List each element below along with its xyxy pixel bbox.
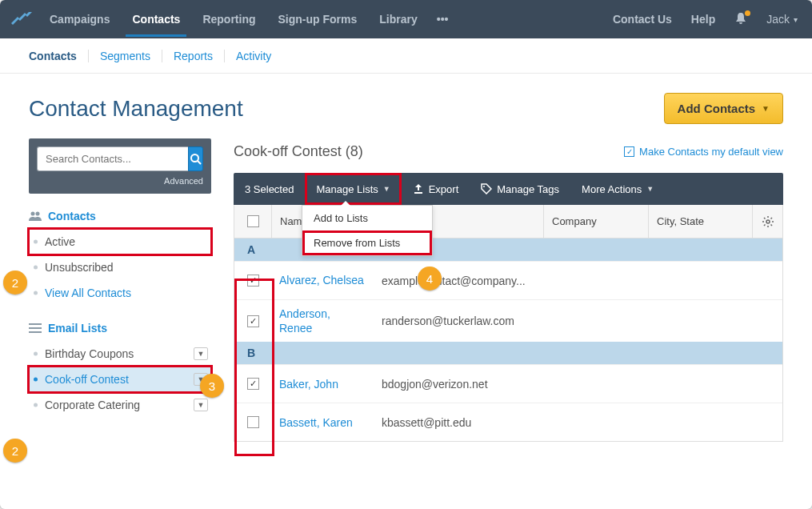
topbar: Campaigns Contacts Reporting Sign-up For… [0,0,812,38]
selected-count: 3 Selected [234,183,305,195]
manage-lists-dropdown: Add to Lists Remove from Lists [302,205,433,256]
svg-rect-5 [29,327,42,329]
select-all-checkbox[interactable] [247,215,259,227]
nav-contact-us[interactable]: Contact Us [605,2,680,37]
sidebar-list-cookoff[interactable]: Cook-off Contest▼ [29,367,211,392]
manage-tags-label: Manage Tags [497,183,559,195]
sidebar-item-view-all[interactable]: View All Contacts [29,280,211,306]
caret-down-icon: ▼ [762,104,770,113]
sidebar-list-birthday[interactable]: Birthday Coupons▼ [29,341,211,367]
subnav-activity[interactable]: Activity [224,50,282,62]
row-checkbox[interactable] [247,378,259,390]
subnav-segments[interactable]: Segments [88,50,162,62]
sidebar-item-unsubscribed[interactable]: Unsubscribed [29,254,211,280]
page-header: Contact Management Add Contacts ▼ [0,74,812,138]
callout-2b: 2 [3,439,27,463]
contact-name-link[interactable]: Bassett, Karen [271,409,374,436]
row-checkbox[interactable] [247,275,259,287]
export-button[interactable]: Export [402,173,470,205]
svg-point-3 [36,212,40,216]
contact-name-link[interactable]: Baker, John [271,371,374,398]
add-contacts-label: Add Contacts [678,102,756,115]
contact-name-link[interactable]: Alvarez, Chelsea [271,267,374,294]
nav-campaigns[interactable]: Campaigns [38,2,121,37]
row-checkbox[interactable] [247,416,259,428]
list-header: Cook-off Contest (8) ✓ Make Contacts my … [234,138,783,173]
sidebar-section-contacts[interactable]: Contacts [29,210,211,222]
nav-help[interactable]: Help [683,2,723,37]
col-city[interactable]: City, State [648,205,752,238]
more-actions-label: More Actions [582,183,642,195]
nav-more-icon[interactable]: ••• [429,2,457,37]
sidebar-item-label: Birthday Coupons [45,347,134,360]
dropdown-add-to-lists[interactable]: Add to Lists [302,206,432,230]
callout-4: 4 [418,267,442,291]
sidebar-list-catering[interactable]: Corporate Catering▼ [29,392,211,418]
table-row: Alvarez, Chelsea examplecontact@company.… [234,261,782,299]
add-contacts-button[interactable]: Add Contacts ▼ [664,93,783,124]
caret-down-icon[interactable]: ▼ [194,399,208,411]
table-settings-icon[interactable] [752,205,782,238]
sidebar-section-email-lists[interactable]: Email Lists [29,322,211,335]
sidebar-contacts-label: Contacts [48,210,96,222]
more-actions-button[interactable]: More Actions ▼ [570,173,665,205]
nav-reporting[interactable]: Reporting [191,2,266,37]
sidebar-item-active[interactable]: Active [29,229,211,254]
default-view-label: Make Contacts my default view [639,146,783,158]
svg-point-8 [766,220,770,223]
caret-down-icon[interactable]: ▼ [194,347,208,360]
sidebar-item-label: Corporate Catering [45,399,140,411]
contact-email: bdogjon@verizon.net [374,378,543,391]
search-panel: Advanced [29,138,211,194]
topbar-right: Contact Us Help Jack ▾ [605,2,806,37]
dropdown-remove-from-lists[interactable]: Remove from Lists [302,230,432,255]
search-button[interactable] [188,146,203,171]
user-name: Jack [766,13,790,26]
search-input[interactable] [37,146,188,171]
chevron-down-icon: ▾ [794,15,798,24]
subnav-contacts[interactable]: Contacts [29,50,88,62]
nav-signup-forms[interactable]: Sign-up Forms [266,2,368,37]
contact-email: examplecontact@company... [374,275,543,287]
advanced-search-link[interactable]: Advanced [37,176,203,186]
col-company[interactable]: Company [543,205,648,238]
manage-lists-button[interactable]: Manage Lists ▼ [305,173,401,205]
row-checkbox[interactable] [247,315,259,327]
sidebar-item-label: Cook-off Contest [45,373,129,386]
list-icon [29,323,42,333]
page-title: Contact Management [29,96,243,122]
notifications-icon[interactable] [726,12,755,27]
list-title: Cook-off Contest (8) [234,143,363,160]
tag-icon [481,183,492,194]
sidebar-item-label: View All Contacts [45,287,131,299]
svg-point-0 [191,154,198,162]
sidebar-item-label: Unsubscribed [45,261,114,274]
nav-contacts[interactable]: Contacts [121,2,191,37]
table-row: Baker, John bdogjon@verizon.net [234,364,782,403]
export-label: Export [429,183,459,195]
export-icon [413,183,424,194]
sidebar-email-lists-label: Email Lists [48,322,107,335]
main-panel: Cook-off Contest (8) ✓ Make Contacts my … [234,138,783,442]
nav-library[interactable]: Library [368,2,428,37]
default-view-toggle[interactable]: ✓ Make Contacts my default view [624,146,783,158]
manage-lists-label: Manage Lists [316,183,378,195]
table-row: Bassett, Karen kbassett@pitt.edu [234,403,782,441]
logo-icon[interactable] [6,12,38,26]
manage-tags-button[interactable]: Manage Tags [470,173,570,205]
contact-name-link[interactable]: Anderson, Renee [271,300,374,342]
caret-down-icon: ▼ [383,185,390,193]
table-row: Anderson, Renee randerson@tuckerlaw.com [234,299,782,342]
contact-email: kbassett@pitt.edu [374,416,543,429]
svg-rect-4 [29,323,42,325]
action-toolbar: 3 Selected Manage Lists ▼ Export Manage … [234,173,783,205]
svg-point-2 [31,212,35,216]
svg-point-7 [483,186,485,187]
subnav-reports[interactable]: Reports [162,50,224,62]
user-menu[interactable]: Jack ▾ [758,2,806,37]
subnav: Contacts Segments Reports Activity [0,38,812,74]
people-icon [29,211,42,221]
callout-2a: 2 [3,271,27,295]
sidebar: Advanced Contacts Active Unsubscribed Vi… [29,138,211,442]
svg-line-1 [198,161,201,164]
